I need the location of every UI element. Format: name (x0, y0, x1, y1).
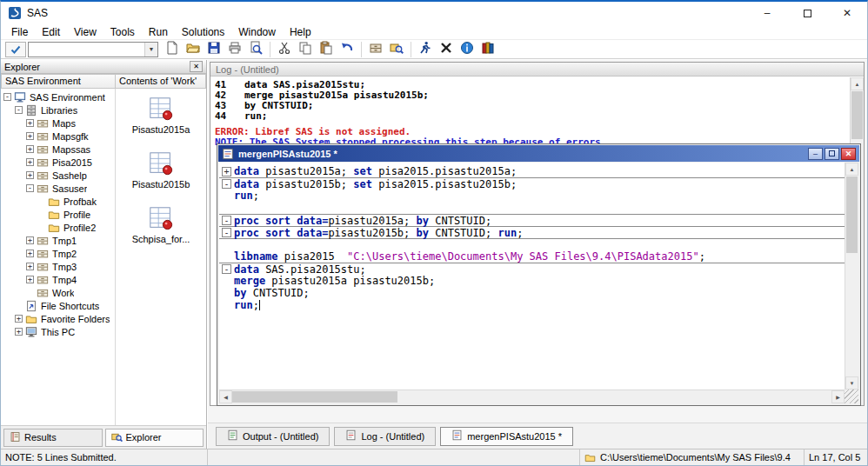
contents-column-header[interactable]: Contents of 'Work' (116, 74, 206, 89)
copy-button[interactable] (295, 41, 316, 58)
menu-solutions[interactable]: Solutions (175, 24, 231, 40)
log-scroll-thumb[interactable] (851, 91, 863, 139)
window-button-output-untitled[interactable]: Output - (Untitled) (216, 427, 330, 446)
maximize-button[interactable] (787, 2, 827, 24)
environment-tree: -SAS Environment-Libraries+Maps+Mapsgfk+… (1, 89, 116, 425)
tree-item-sasuser[interactable]: -Sasuser (1, 182, 115, 195)
command-dropdown-icon[interactable]: ▼ (144, 43, 157, 57)
window-button-log-untitled[interactable]: Log - (Untitled) (334, 427, 436, 446)
scroll-down-icon[interactable]: ▼ (845, 376, 858, 389)
tree-expander-icon[interactable]: + (26, 263, 34, 270)
editor-vertical-scrollbar[interactable]: ▲ ▼ (845, 163, 858, 389)
scroll-left-icon[interactable]: ◀ (219, 390, 232, 403)
tree-expander-icon[interactable]: + (26, 132, 34, 140)
tree-item-this-pc[interactable]: +This PC (1, 325, 115, 338)
cut-button[interactable] (274, 41, 295, 58)
collapse-section-icon[interactable]: - (222, 228, 231, 237)
tree-expander-icon[interactable]: + (26, 250, 34, 257)
tab-explorer[interactable]: Explorer (105, 429, 204, 447)
tree-expander-icon[interactable]: + (15, 315, 23, 323)
help-button[interactable] (457, 41, 477, 58)
explorer-panel-close-button[interactable]: ✕ (190, 61, 203, 72)
tree-expander-icon[interactable]: - (26, 184, 34, 192)
save-button[interactable] (204, 41, 224, 58)
work-dataset-schpisa-for[interactable]: Schpisa_for... (119, 205, 203, 244)
undo-button[interactable] (337, 41, 357, 58)
tree-expander-icon[interactable]: + (26, 158, 34, 166)
tree-item-work[interactable]: Work (1, 286, 115, 299)
editor-close-button[interactable]: ✕ (841, 148, 856, 160)
tree-item-maps[interactable]: +Maps (1, 116, 115, 130)
mdi-workspace: Log - (Untitled) 41data SAS.pisa2015stu;… (208, 60, 867, 449)
editor-window: mergenPISAstu2015 * – ✕ +data pisastu201… (217, 143, 861, 406)
print-preview-button[interactable] (245, 41, 266, 58)
tree-item-tmp4[interactable]: +Tmp4 (1, 273, 115, 286)
tree-item-file-shortcuts[interactable]: File Shortcuts (1, 299, 115, 312)
command-input[interactable] (29, 44, 144, 55)
tree-column-header[interactable]: SAS Environment (1, 74, 116, 89)
tree-item-profile2[interactable]: Profile2 (1, 221, 115, 234)
editor-maximize-button[interactable] (825, 148, 839, 160)
scroll-up-icon[interactable]: ▲ (845, 163, 858, 176)
tree-item-pisa2015[interactable]: +Pisa2015 (1, 156, 115, 169)
new-document-button[interactable] (162, 41, 183, 58)
tree-item-profbak[interactable]: Profbak (1, 195, 115, 208)
menu-help[interactable]: Help (283, 24, 318, 40)
scroll-up-icon[interactable]: ▲ (851, 77, 864, 90)
tree-expander-icon[interactable]: - (3, 93, 11, 101)
window-button-mergenpisastu2015[interactable]: mergenPISAstu2015 * (440, 427, 573, 446)
menu-file[interactable]: File (4, 24, 35, 40)
tree-item-profile[interactable]: Profile (1, 208, 115, 221)
explorer-button[interactable] (386, 41, 407, 58)
minimize-button[interactable]: – (747, 2, 787, 24)
tree-expander-icon[interactable]: + (26, 119, 34, 127)
scroll-right-icon[interactable]: ▶ (831, 390, 845, 403)
status-working-directory[interactable]: C:\Users\tieme\Documents\My SAS Files\9.… (580, 449, 805, 465)
tree-expander-icon[interactable]: + (26, 236, 34, 244)
open-button[interactable] (183, 41, 204, 58)
editor-hscroll-thumb[interactable] (232, 391, 397, 403)
tree-item-mapsgfk[interactable]: +Mapsgfk (1, 130, 115, 143)
work-dataset-pisastu2015a[interactable]: Pisastu2015a (119, 96, 203, 135)
editor-minimize-button[interactable]: – (808, 148, 823, 160)
menu-window[interactable]: Window (231, 24, 283, 40)
editor-horizontal-scrollbar[interactable]: ◀ ▶ (219, 389, 845, 403)
break-button[interactable] (436, 41, 457, 58)
documentation-button[interactable] (477, 41, 498, 58)
tree-item-tmp3[interactable]: +Tmp3 (1, 260, 115, 273)
tree-item-favorite-folders[interactable]: +Favorite Folders (1, 312, 115, 325)
submit-button[interactable] (415, 41, 436, 58)
menu-edit[interactable]: Edit (35, 24, 67, 40)
tree-expander-icon[interactable]: + (26, 171, 34, 179)
collapse-section-icon[interactable]: - (222, 264, 231, 274)
tree-item-sashelp[interactable]: +Sashelp (1, 169, 115, 182)
menu-view[interactable]: View (67, 24, 103, 40)
command-check-button[interactable] (5, 42, 26, 57)
menu-run[interactable]: Run (142, 24, 175, 40)
tree-item-libraries[interactable]: -Libraries (1, 103, 115, 116)
collapse-section-icon[interactable]: - (222, 179, 231, 189)
tree-expander-icon[interactable]: + (26, 276, 34, 283)
resize-grip[interactable] (845, 389, 858, 403)
close-button[interactable]: ✕ (827, 2, 867, 24)
print-button[interactable] (224, 41, 245, 58)
code-editor-area[interactable]: +data pisastu2015a; set pisa2015.pisastu… (219, 163, 845, 389)
menu-tools[interactable]: Tools (103, 24, 142, 40)
tree-item-tmp2[interactable]: +Tmp2 (1, 247, 115, 260)
tree-item-mapssas[interactable]: +Mapssas (1, 143, 115, 156)
work-dataset-pisastu2015b[interactable]: Pisastu2015b (119, 150, 203, 190)
tree-expander-icon[interactable]: - (15, 106, 23, 114)
paste-button[interactable] (316, 41, 337, 58)
tree-expander-icon[interactable]: + (15, 328, 23, 336)
editor-titlebar[interactable]: mergenPISAstu2015 * – ✕ (218, 145, 859, 162)
tab-results[interactable]: Results (3, 429, 103, 447)
tree-expander-icon[interactable]: + (26, 145, 34, 153)
log-window-titlebar[interactable]: Log - (Untitled) (210, 63, 864, 77)
new-library-button[interactable] (365, 41, 386, 58)
editor-hscroll-track[interactable] (397, 390, 831, 403)
tree-item-sas-environment[interactable]: -SAS Environment (1, 90, 115, 103)
editor-scroll-thumb[interactable] (846, 176, 858, 253)
expand-section-icon[interactable]: + (222, 167, 231, 176)
collapse-section-icon[interactable]: - (222, 216, 231, 225)
tree-item-tmp1[interactable]: +Tmp1 (1, 234, 115, 247)
